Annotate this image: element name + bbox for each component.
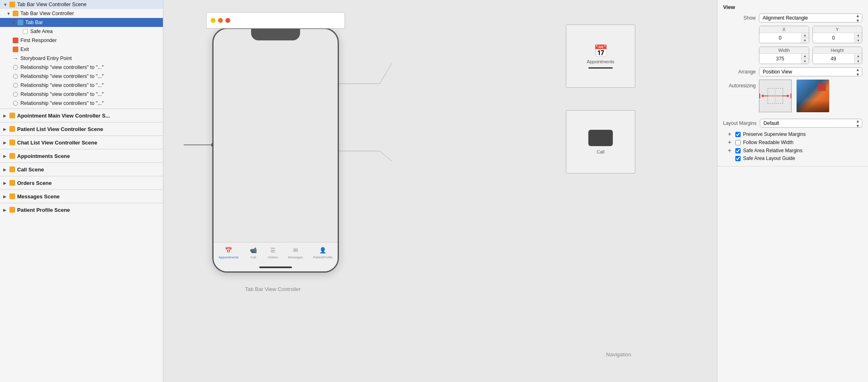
width-value: 375 (759, 55, 801, 63)
safe-area-relative-checkbox[interactable] (735, 148, 741, 153)
chevron-right-icon: ▶ (3, 113, 8, 118)
tab-label: Messages (288, 255, 303, 259)
sidebar-item-patient-profile[interactable]: ▶ Patient Profile Scene (0, 204, 163, 215)
preserve-superview-checkbox[interactable] (735, 132, 741, 137)
width-decrement[interactable]: ▼ (801, 59, 809, 64)
sidebar-item-label: Relationship "view controllers" to "..." (20, 73, 104, 79)
sidebar-item-call-scene[interactable]: ▶ Call Scene (0, 164, 163, 175)
sidebar-item-tab-bar[interactable]: ▼ Tab Bar (0, 18, 163, 27)
y-stepper[interactable]: ▲ ▼ (854, 33, 862, 43)
sidebar-item-appointments-scene[interactable]: ▶ Appointments Scene (0, 150, 163, 162)
tab-patient-profile[interactable]: 👤 PatientProfile (313, 246, 333, 259)
appointments-scene-box[interactable]: 📅 Appointments (566, 24, 635, 88)
sidebar-item-tab-bar-vc[interactable]: ▼ Tab Bar View Controller (0, 9, 163, 18)
tab-call[interactable]: 📹 Call (249, 246, 258, 259)
tab-label: PatientProfile (313, 255, 333, 259)
y-group: Y 0 ▲ ▼ (812, 26, 863, 43)
sidebar-item-rel4[interactable]: Relationship "view controllers" to "..." (0, 90, 163, 99)
x-decrement[interactable]: ▼ (801, 38, 809, 43)
circle-icon (12, 82, 19, 89)
safe-area-layout-label: Safe Area Layout Guide (743, 155, 795, 161)
phone-notch (251, 29, 300, 40)
preserve-superview-plus[interactable]: + (726, 131, 733, 138)
preserve-superview-label: Preserve Superview Margins (743, 131, 806, 137)
arrange-select[interactable]: Position View (759, 67, 862, 76)
sidebar-item-appointment-main[interactable]: ▶ Apointment Main View Controller S... (0, 110, 163, 121)
follow-readable-checkbox[interactable] (735, 140, 741, 145)
checkboxes-section: + Preserve Superview Margins + Follow Re… (726, 131, 862, 162)
follow-readable-plus[interactable]: + (726, 139, 733, 146)
sidebar-item-patient-list[interactable]: ▶ Patient List View Controller Scene (0, 123, 163, 135)
call-scene-box[interactable]: Call (566, 110, 635, 173)
sidebar-item-storyboard-entry[interactable]: → Storyboard Entry Point (0, 54, 163, 63)
messages-icon: ✉ (291, 246, 300, 255)
chevron-right-icon: ▶ (3, 167, 8, 172)
navigation-label: Navigation (606, 351, 631, 358)
x-increment[interactable]: ▲ (801, 33, 809, 38)
y-decrement[interactable]: ▼ (855, 38, 862, 43)
sidebar-item-messages-scene[interactable]: ▶ Messages Scene (0, 191, 163, 202)
width-stepper[interactable]: ▲ ▼ (801, 54, 809, 64)
height-decrement[interactable]: ▼ (855, 59, 862, 64)
height-group: Height 49 ▲ ▼ (812, 47, 863, 64)
tab-messages[interactable]: ✉ Messages (288, 246, 303, 259)
arrange-label: Arrange (723, 69, 756, 75)
sidebar-item-safe-area[interactable]: Safe Area (0, 27, 163, 36)
height-stepper[interactable]: ▲ ▼ (854, 54, 862, 64)
x-stepper[interactable]: ▲ ▼ (801, 33, 809, 43)
phone-mockup: 📅 Appointments 📹 Call ☰ Orders ✉ Message… (212, 28, 339, 273)
orange-box-icon (12, 37, 19, 44)
appointments-scene-label: Appointments (587, 59, 614, 64)
safe-area-layout-checkbox[interactable] (735, 156, 741, 161)
safe-area-relative-plus[interactable]: + (726, 147, 733, 154)
call-scene-icon-area: Call (566, 111, 635, 173)
tab-appointments[interactable]: 📅 Appointments (218, 246, 238, 259)
sidebar-item-rel5[interactable]: Relationship "view controllers" to "..." (0, 99, 163, 108)
follow-readable-label: Follow Readable Width (743, 140, 793, 145)
y-input-row: 0 ▲ ▼ (813, 33, 862, 43)
window-chrome (206, 12, 345, 29)
x-value: 0 (759, 34, 801, 42)
sidebar-item-rel2[interactable]: Relationship "view controllers" to "..." (0, 72, 163, 81)
appointments-icon: 📅 (224, 246, 233, 255)
tab-label: Orders (268, 255, 278, 259)
preview-image (797, 80, 829, 112)
circle-icon (12, 64, 19, 71)
canvas-area[interactable]: ⊙ ⊙ 📅 Appointments 📹 Call (163, 0, 717, 382)
x-input-row: 0 ▲ ▼ (759, 33, 809, 43)
sidebar-item-first-responder[interactable]: First Responder (0, 36, 163, 45)
sidebar-item-exit[interactable]: Exit (0, 45, 163, 54)
arrange-row: Arrange Position View ▲▼ (723, 67, 862, 76)
traffic-light-yellow[interactable] (211, 18, 216, 23)
sidebar-item-orders-scene[interactable]: ▶ Orders Scene (0, 177, 163, 189)
show-select[interactable]: Alignment Rectangle (759, 13, 862, 22)
chevron-right-icon: ▶ (3, 181, 8, 185)
width-increment[interactable]: ▲ (801, 54, 809, 59)
width-label: Width (759, 47, 809, 54)
width-input-row: 375 ▲ ▼ (759, 54, 809, 64)
tab-orders[interactable]: ☰ Orders (268, 246, 278, 259)
layout-margins-select[interactable]: Default (760, 119, 862, 128)
svg-line-5 (380, 151, 392, 161)
sidebar-item-rel1[interactable]: Relationship "view controllers" to "..." (0, 63, 163, 72)
orders-icon: ☰ (268, 246, 277, 255)
safe-area-layout-row: Safe Area Layout Guide (726, 155, 862, 161)
sidebar-item-label: Safe Area (30, 29, 53, 34)
sidebar-item-tab-bar-vc-scene[interactable]: ▼ Tab Bar View Controller Scene (0, 0, 163, 9)
sidebar-item-rel3[interactable]: Relationship "view controllers" to "..." (0, 81, 163, 90)
yellow-box-icon (9, 112, 16, 119)
layout-margins-row: Layout Margins Default ▲▼ (723, 119, 862, 128)
show-row: Show Alignment Rectangle ▲▼ (723, 13, 862, 22)
safe-area-relative-label: Safe Area Relative Margins (743, 148, 802, 153)
y-increment[interactable]: ▲ (855, 33, 862, 38)
height-increment[interactable]: ▲ (855, 54, 862, 59)
sidebar-item-chat-list[interactable]: ▶ Chat List View Controller Scene (0, 137, 163, 148)
arrange-select-wrapper: Position View ▲▼ (759, 67, 862, 76)
traffic-light-red[interactable] (225, 18, 230, 23)
blue-box-icon (22, 28, 29, 35)
tab-label: Call (250, 255, 256, 259)
chevron-right-icon: ▶ (3, 154, 8, 158)
traffic-light-orange[interactable] (218, 18, 223, 23)
tab-indicator (259, 267, 292, 268)
sidebar-item-label: First Responder (20, 38, 57, 43)
